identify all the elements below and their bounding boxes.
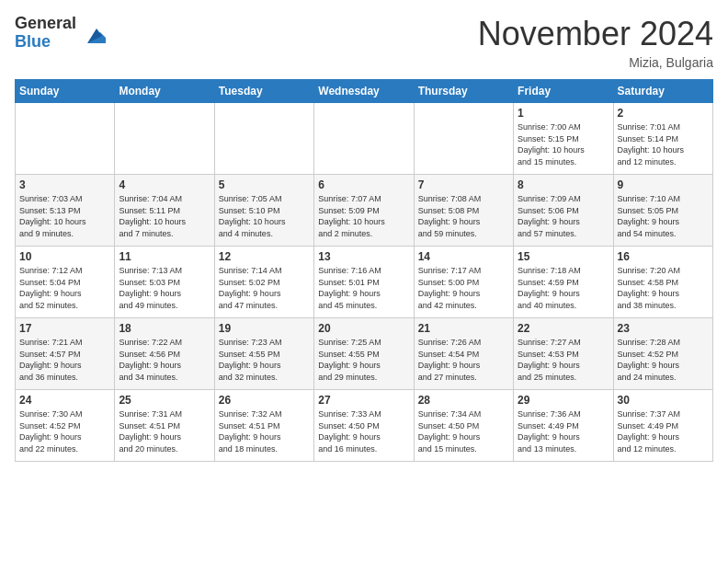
day-info: Sunrise: 7:00 AM Sunset: 5:15 PM Dayligh… xyxy=(518,121,609,167)
day-info: Sunrise: 7:14 AM Sunset: 5:02 PM Dayligh… xyxy=(219,265,310,311)
day-number: 9 xyxy=(618,178,709,191)
location: Mizia, Bulgaria xyxy=(478,55,713,70)
day-info: Sunrise: 7:05 AM Sunset: 5:10 PM Dayligh… xyxy=(219,193,310,239)
weekday-header-friday: Friday xyxy=(514,80,613,103)
day-info: Sunrise: 7:23 AM Sunset: 4:55 PM Dayligh… xyxy=(219,337,310,383)
day-info: Sunrise: 7:33 AM Sunset: 4:50 PM Dayligh… xyxy=(318,408,409,454)
calendar-cell: 11Sunrise: 7:13 AM Sunset: 5:03 PM Dayli… xyxy=(115,247,214,318)
weekday-header-sunday: Sunday xyxy=(16,80,115,103)
day-info: Sunrise: 7:12 AM Sunset: 5:04 PM Dayligh… xyxy=(19,265,110,311)
calendar-cell: 9Sunrise: 7:10 AM Sunset: 5:05 PM Daylig… xyxy=(613,175,712,247)
calendar-cell: 1Sunrise: 7:00 AM Sunset: 5:15 PM Daylig… xyxy=(514,103,613,175)
day-number: 17 xyxy=(19,322,110,335)
calendar-cell: 2Sunrise: 7:01 AM Sunset: 5:14 PM Daylig… xyxy=(613,103,712,175)
calendar-cell: 14Sunrise: 7:17 AM Sunset: 5:00 PM Dayli… xyxy=(414,247,513,318)
day-number: 26 xyxy=(219,394,310,407)
month-title: November 2024 xyxy=(478,15,713,53)
calendar-week-row: 24Sunrise: 7:30 AM Sunset: 4:52 PM Dayli… xyxy=(16,390,713,462)
day-info: Sunrise: 7:22 AM Sunset: 4:56 PM Dayligh… xyxy=(119,337,210,383)
logo-line2: Blue xyxy=(15,33,76,52)
day-info: Sunrise: 7:08 AM Sunset: 5:08 PM Dayligh… xyxy=(418,193,509,239)
day-number: 4 xyxy=(119,178,210,191)
day-number: 30 xyxy=(618,394,709,407)
calendar-cell: 30Sunrise: 7:37 AM Sunset: 4:49 PM Dayli… xyxy=(613,390,712,462)
calendar-cell xyxy=(115,103,214,175)
day-number: 10 xyxy=(19,250,110,263)
day-info: Sunrise: 7:32 AM Sunset: 4:51 PM Dayligh… xyxy=(219,408,310,454)
day-info: Sunrise: 7:03 AM Sunset: 5:13 PM Dayligh… xyxy=(19,193,110,239)
calendar-body: 1Sunrise: 7:00 AM Sunset: 5:15 PM Daylig… xyxy=(16,103,713,462)
day-info: Sunrise: 7:30 AM Sunset: 4:52 PM Dayligh… xyxy=(19,408,110,454)
calendar-cell: 12Sunrise: 7:14 AM Sunset: 5:02 PM Dayli… xyxy=(214,247,313,318)
day-number: 20 xyxy=(318,322,409,335)
day-number: 14 xyxy=(418,250,509,263)
day-number: 27 xyxy=(318,394,409,407)
day-number: 11 xyxy=(119,250,210,263)
day-info: Sunrise: 7:09 AM Sunset: 5:06 PM Dayligh… xyxy=(518,193,609,239)
calendar-cell: 18Sunrise: 7:22 AM Sunset: 4:56 PM Dayli… xyxy=(115,318,214,390)
day-info: Sunrise: 7:07 AM Sunset: 5:09 PM Dayligh… xyxy=(318,193,409,239)
day-info: Sunrise: 7:21 AM Sunset: 4:57 PM Dayligh… xyxy=(19,337,110,383)
calendar-cell: 21Sunrise: 7:26 AM Sunset: 4:54 PM Dayli… xyxy=(414,318,513,390)
day-number: 19 xyxy=(219,322,310,335)
day-number: 28 xyxy=(418,394,509,407)
weekday-header-monday: Monday xyxy=(115,80,214,103)
calendar-cell: 4Sunrise: 7:04 AM Sunset: 5:11 PM Daylig… xyxy=(115,175,214,247)
day-info: Sunrise: 7:16 AM Sunset: 5:01 PM Dayligh… xyxy=(318,265,409,311)
day-number: 23 xyxy=(618,322,709,335)
day-info: Sunrise: 7:01 AM Sunset: 5:14 PM Dayligh… xyxy=(618,121,709,167)
calendar-cell xyxy=(414,103,513,175)
day-number: 6 xyxy=(318,178,409,191)
day-info: Sunrise: 7:27 AM Sunset: 4:53 PM Dayligh… xyxy=(518,337,609,383)
logo-icon xyxy=(80,19,108,47)
calendar-cell xyxy=(16,103,115,175)
day-number: 8 xyxy=(518,178,609,191)
day-number: 29 xyxy=(518,394,609,407)
day-info: Sunrise: 7:36 AM Sunset: 4:49 PM Dayligh… xyxy=(518,408,609,454)
calendar-week-row: 3Sunrise: 7:03 AM Sunset: 5:13 PM Daylig… xyxy=(16,175,713,247)
day-info: Sunrise: 7:20 AM Sunset: 4:58 PM Dayligh… xyxy=(618,265,709,311)
logo: General Blue xyxy=(15,15,108,52)
day-number: 12 xyxy=(219,250,310,263)
weekday-header-wednesday: Wednesday xyxy=(314,80,414,103)
logo-text: General Blue xyxy=(15,15,76,52)
calendar-week-row: 17Sunrise: 7:21 AM Sunset: 4:57 PM Dayli… xyxy=(16,318,713,390)
logo-line1: General xyxy=(15,15,76,33)
day-info: Sunrise: 7:04 AM Sunset: 5:11 PM Dayligh… xyxy=(119,193,210,239)
day-info: Sunrise: 7:17 AM Sunset: 5:00 PM Dayligh… xyxy=(418,265,509,311)
day-number: 24 xyxy=(19,394,110,407)
day-info: Sunrise: 7:10 AM Sunset: 5:05 PM Dayligh… xyxy=(618,193,709,239)
calendar-cell xyxy=(214,103,313,175)
calendar-week-row: 1Sunrise: 7:00 AM Sunset: 5:15 PM Daylig… xyxy=(16,103,713,175)
calendar-cell: 10Sunrise: 7:12 AM Sunset: 5:04 PM Dayli… xyxy=(16,247,115,318)
calendar-cell: 7Sunrise: 7:08 AM Sunset: 5:08 PM Daylig… xyxy=(414,175,513,247)
day-info: Sunrise: 7:31 AM Sunset: 4:51 PM Dayligh… xyxy=(119,408,210,454)
day-number: 16 xyxy=(618,250,709,263)
calendar-cell: 26Sunrise: 7:32 AM Sunset: 4:51 PM Dayli… xyxy=(214,390,313,462)
day-number: 15 xyxy=(518,250,609,263)
day-info: Sunrise: 7:13 AM Sunset: 5:03 PM Dayligh… xyxy=(119,265,210,311)
calendar-cell: 25Sunrise: 7:31 AM Sunset: 4:51 PM Dayli… xyxy=(115,390,214,462)
day-info: Sunrise: 7:34 AM Sunset: 4:50 PM Dayligh… xyxy=(418,408,509,454)
calendar-header: SundayMondayTuesdayWednesdayThursdayFrid… xyxy=(16,80,713,103)
calendar-cell: 13Sunrise: 7:16 AM Sunset: 5:01 PM Dayli… xyxy=(314,247,414,318)
calendar-week-row: 10Sunrise: 7:12 AM Sunset: 5:04 PM Dayli… xyxy=(16,247,713,318)
day-number: 1 xyxy=(518,107,609,120)
day-number: 5 xyxy=(219,178,310,191)
day-info: Sunrise: 7:18 AM Sunset: 4:59 PM Dayligh… xyxy=(518,265,609,311)
weekday-header-tuesday: Tuesday xyxy=(214,80,313,103)
calendar-cell: 22Sunrise: 7:27 AM Sunset: 4:53 PM Dayli… xyxy=(514,318,613,390)
calendar-cell: 20Sunrise: 7:25 AM Sunset: 4:55 PM Dayli… xyxy=(314,318,414,390)
calendar-cell: 6Sunrise: 7:07 AM Sunset: 5:09 PM Daylig… xyxy=(314,175,414,247)
day-number: 7 xyxy=(418,178,509,191)
calendar-cell: 29Sunrise: 7:36 AM Sunset: 4:49 PM Dayli… xyxy=(514,390,613,462)
weekday-header-saturday: Saturday xyxy=(613,80,712,103)
calendar-cell: 8Sunrise: 7:09 AM Sunset: 5:06 PM Daylig… xyxy=(514,175,613,247)
calendar-cell: 3Sunrise: 7:03 AM Sunset: 5:13 PM Daylig… xyxy=(16,175,115,247)
calendar-cell: 15Sunrise: 7:18 AM Sunset: 4:59 PM Dayli… xyxy=(514,247,613,318)
weekday-header-row: SundayMondayTuesdayWednesdayThursdayFrid… xyxy=(16,80,713,103)
header: General Blue November 2024 Mizia, Bulgar… xyxy=(15,15,713,70)
calendar-cell: 27Sunrise: 7:33 AM Sunset: 4:50 PM Dayli… xyxy=(314,390,414,462)
calendar-cell: 28Sunrise: 7:34 AM Sunset: 4:50 PM Dayli… xyxy=(414,390,513,462)
title-block: November 2024 Mizia, Bulgaria xyxy=(478,15,713,70)
